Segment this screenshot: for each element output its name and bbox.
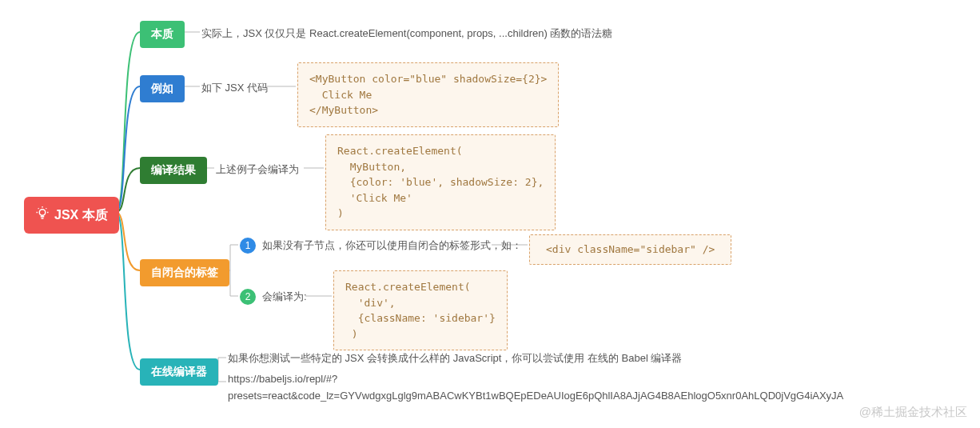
branch-example[interactable]: 例如: [140, 75, 185, 102]
selfclosing-item-2-text: 会编译为:: [262, 290, 307, 304]
selfclosing-item-1-text: 如果没有子节点，你还可以使用自闭合的标签形式，如：: [262, 238, 522, 253]
online-line1: 如果你想测试一些特定的 JSX 会转换成什么样的 JavaScript，你可以尝…: [228, 351, 682, 366]
essence-text: 实际上，JSX 仅仅只是 React.createElement(compone…: [201, 26, 612, 41]
branch-compiled[interactable]: 编译结果: [140, 157, 207, 184]
selfclosing-item-2-code: React.createElement( 'div', {className: …: [333, 270, 508, 350]
example-text: 如下 JSX 代码: [201, 81, 268, 95]
num-badge-1: 1: [240, 238, 256, 254]
svg-point-7: [39, 210, 46, 216]
root-title: JSX 本质: [54, 207, 108, 224]
branch-essence[interactable]: 本质: [140, 21, 185, 48]
branch-selfclosing[interactable]: 自闭合的标签: [140, 259, 229, 286]
lightbulb-icon: [35, 206, 50, 224]
svg-line-12: [46, 208, 47, 209]
branch-online[interactable]: 在线编译器: [140, 358, 218, 386]
watermark: @稀土掘金技术社区: [859, 405, 967, 420]
selfclosing-item-1-code: <div className="sidebar" />: [529, 234, 731, 265]
num-badge-2: 2: [240, 289, 256, 305]
compiled-code: React.createElement( MyButton, {color: '…: [325, 134, 556, 230]
compiled-text: 上述例子会编译为: [216, 162, 299, 177]
root-node[interactable]: JSX 本质: [24, 197, 119, 234]
online-line2: https://babeljs.io/repl/#?presets=react&…: [228, 371, 947, 405]
example-code: <MyButton color="blue" shadowSize={2}> C…: [297, 62, 559, 127]
selfclosing-item-2: 2 会编译为:: [240, 289, 307, 305]
selfclosing-item-1: 1 如果没有子节点，你还可以使用自闭合的标签形式，如：: [240, 238, 522, 254]
svg-line-11: [38, 208, 39, 209]
